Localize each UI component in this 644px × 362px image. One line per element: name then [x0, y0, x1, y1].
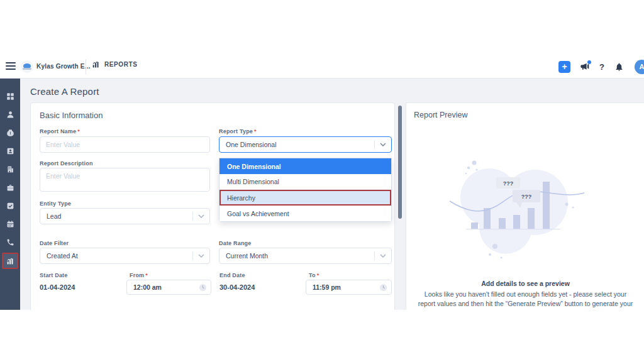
clock-icon — [199, 283, 207, 294]
option-one-dimensional[interactable]: One Dimensional — [219, 158, 391, 174]
date-range-select[interactable]: Current Month — [219, 248, 392, 264]
chevron-down-icon — [193, 254, 209, 258]
brand-name: Kylas Growth E... — [36, 63, 91, 70]
announcements-button[interactable] — [579, 61, 591, 72]
report-type-label: Report Type* — [219, 128, 257, 134]
bubble-text-2: ??? — [521, 194, 532, 200]
to-time-field — [306, 280, 392, 295]
topbar-actions: + ? A — [558, 55, 644, 79]
phone-icon — [6, 238, 14, 246]
report-description-input[interactable] — [40, 168, 210, 192]
quick-add-button[interactable]: + — [558, 61, 570, 73]
brand-logo[interactable] — [21, 60, 33, 73]
end-date-value: 30-04-2024 — [219, 283, 255, 291]
sidebar-item-meetings[interactable] — [0, 215, 20, 233]
building-icon — [6, 165, 14, 173]
date-range-value: Current Month — [219, 252, 374, 260]
date-filter-value: Created At — [40, 252, 192, 260]
empty-state-line1: Looks like you haven't filled out enough… — [406, 290, 644, 298]
entity-type-value: Lead — [40, 212, 192, 220]
preview-title: Report Preview — [414, 111, 467, 119]
report-description-label: Report Description — [40, 160, 93, 167]
announcement-badge — [587, 60, 591, 64]
entity-type-label: Entity Type — [40, 200, 71, 207]
notifications-button[interactable] — [613, 61, 625, 72]
section-title: Basic Information — [40, 111, 103, 120]
report-type-value: One Dimensional — [219, 141, 374, 148]
sidebar-item-contacts[interactable] — [0, 106, 20, 124]
empty-state-title: Add details to see a preview — [406, 280, 644, 287]
report-name-label: Report Name* — [40, 128, 80, 134]
user-avatar[interactable]: A — [635, 60, 644, 74]
from-time-field — [126, 280, 211, 295]
date-filter-label: Date Filter — [40, 240, 69, 246]
sidebar — [0, 79, 20, 310]
calendar-icon — [6, 220, 14, 228]
sidebar-item-leads[interactable] — [0, 142, 20, 160]
sidebar-item-tasks[interactable] — [0, 197, 20, 215]
sidebar-item-products[interactable] — [0, 178, 20, 197]
from-label: From* — [130, 272, 148, 278]
report-name-input[interactable] — [40, 136, 210, 153]
reports-chart-icon — [92, 60, 100, 69]
reports-chart-icon — [6, 257, 14, 265]
checkbox-icon — [6, 202, 14, 210]
report-type-select[interactable]: One Dimensional — [219, 136, 392, 153]
clock-icon — [379, 283, 387, 294]
app-window: Kylas Growth E... REPORTS + ? — [0, 0, 644, 362]
report-type-dropdown-menu: One Dimensional Multi Dimensional Hierar… — [219, 158, 392, 222]
help-button[interactable]: ? — [599, 62, 604, 72]
option-hierarchy[interactable]: Hierarchy — [219, 190, 391, 206]
start-date-label: Start Date — [40, 272, 68, 278]
form-scrollbar[interactable] — [398, 106, 402, 219]
sidebar-item-companies[interactable] — [0, 160, 20, 178]
start-date-value: 01-04-2024 — [40, 283, 75, 291]
sidebar-item-deals[interactable] — [0, 124, 20, 142]
contact-card-icon — [6, 147, 14, 155]
nav-item-reports[interactable]: REPORTS — [92, 60, 138, 69]
preview-illustration: ??? ??? — [441, 158, 611, 270]
page-title: Create A Report — [30, 86, 99, 97]
sidebar-item-dashboard[interactable] — [0, 87, 20, 106]
top-navbar: Kylas Growth E... REPORTS + ? — [0, 55, 644, 79]
dashboard-icon — [6, 92, 14, 101]
date-range-label: Date Range — [219, 240, 252, 246]
end-date-label: End Date — [219, 272, 245, 278]
sidebar-item-calls[interactable] — [0, 233, 20, 251]
hamburger-menu-icon[interactable] — [6, 62, 16, 70]
basic-information-card: Basic Information Report Name* Report Ty… — [30, 102, 395, 310]
to-label: To* — [309, 272, 319, 278]
sidebar-item-reports[interactable] — [2, 253, 18, 269]
money-bag-icon — [6, 129, 14, 137]
chevron-down-icon — [375, 254, 391, 258]
briefcase-icon — [6, 184, 14, 192]
chevron-down-icon — [375, 143, 391, 146]
nav-reports-label: REPORTS — [104, 61, 138, 68]
navbar-divider — [86, 59, 86, 74]
empty-state-line2: report values and then hit the “Generate… — [406, 300, 644, 307]
entity-type-select[interactable]: Lead — [40, 208, 210, 224]
option-goal-vs-achievement[interactable]: Goal vs Achievement — [219, 206, 391, 221]
chevron-down-icon — [193, 214, 209, 218]
bubble-text-1: ??? — [503, 180, 514, 187]
person-icon — [6, 111, 14, 119]
bell-icon — [614, 62, 624, 72]
main-region: Create A Report Basic Information Report… — [0, 79, 644, 310]
option-multi-dimensional[interactable]: Multi Dimensional — [219, 174, 391, 190]
report-preview-panel: Report Preview — [406, 102, 644, 310]
date-filter-select[interactable]: Created At — [40, 248, 210, 264]
